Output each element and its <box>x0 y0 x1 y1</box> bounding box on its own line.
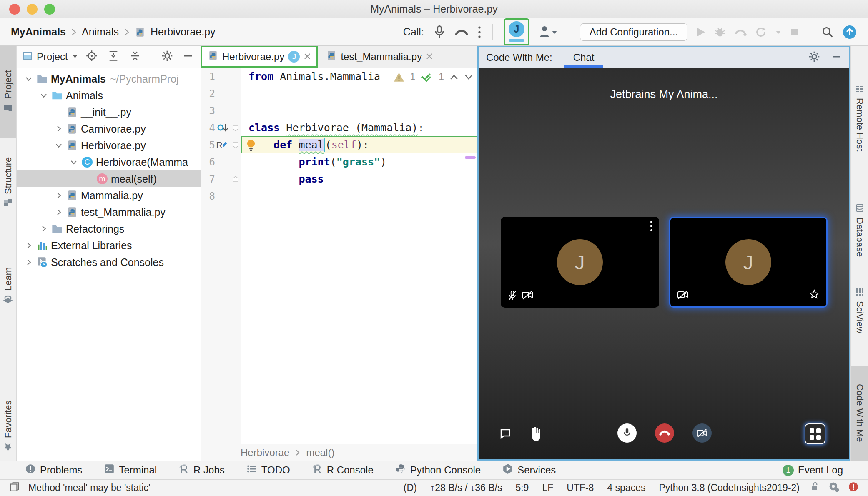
prev-problem-icon[interactable] <box>449 74 459 80</box>
project-panel-title[interactable]: Project <box>37 51 68 63</box>
breadcrumb-file[interactable]: Herbivorae.py <box>151 26 216 38</box>
status-item[interactable]: (D) <box>404 482 417 493</box>
tree-item[interactable]: MyAnimals~/PycharmProj <box>17 70 201 87</box>
camera-button[interactable] <box>692 423 712 443</box>
stop-icon[interactable] <box>790 28 799 37</box>
code-line-text[interactable]: pass <box>241 170 477 188</box>
tree-item[interactable]: mmeal(self) <box>17 170 201 187</box>
code-line-text[interactable]: def meal(self): <box>241 136 477 153</box>
tree-item[interactable]: Animals <box>17 87 201 104</box>
chat-button[interactable] <box>499 428 512 440</box>
video-tile-participant-2-active[interactable]: J <box>669 217 828 308</box>
tree-item[interactable]: Carnivorae.py <box>17 120 201 137</box>
tab-test-mammalia-py[interactable]: test_Mammalia.py <box>318 46 439 68</box>
close-icon[interactable] <box>304 51 311 63</box>
code-line-text[interactable]: class Herbivorae (Mammalia): <box>241 119 477 136</box>
rerun-icon[interactable] <box>755 26 767 38</box>
hide-panel-icon[interactable] <box>832 52 842 63</box>
tile-menu-kebab-icon[interactable] <box>650 221 652 231</box>
sidebar-item-database[interactable]: Database <box>851 193 868 268</box>
more-options-kebab-icon[interactable] <box>477 25 482 39</box>
debug-icon[interactable] <box>714 26 726 38</box>
participants-icon[interactable] <box>538 25 558 39</box>
error-indicator-icon[interactable] <box>848 481 859 495</box>
inspection-profile-icon[interactable] <box>828 481 840 495</box>
tree-item[interactable]: test_Mammalia.py <box>17 204 201 220</box>
tab-terminal[interactable]: Terminal <box>104 463 157 477</box>
status-item[interactable]: 5:9 <box>515 482 529 493</box>
status-item[interactable]: UTF-8 <box>567 482 594 493</box>
tree-item[interactable]: Mammalia.py <box>17 187 201 204</box>
code-editor[interactable]: 1from Animals.Mammalia234class Herbivora… <box>201 68 477 444</box>
code-line-text[interactable]: print("grass") <box>241 153 477 170</box>
microphone-icon[interactable] <box>433 25 446 39</box>
fold-end-marker-icon[interactable] <box>232 175 239 183</box>
sidebar-item-project[interactable]: Project <box>0 46 16 138</box>
locate-file-icon[interactable] <box>86 50 98 63</box>
microphone-button[interactable] <box>617 423 637 443</box>
toolwindow-toggle-icon[interactable] <box>9 481 20 495</box>
status-item[interactable]: 4 spaces <box>607 482 645 493</box>
chevron-open-icon[interactable] <box>23 75 35 83</box>
following-user-avatar[interactable]: J <box>504 18 529 45</box>
chevron-closed-icon[interactable] <box>23 242 35 249</box>
tree-item[interactable]: Herbivorae.py <box>17 137 201 154</box>
chevron-closed-icon[interactable] <box>53 208 65 216</box>
tab-chat[interactable]: Chat <box>564 47 604 68</box>
sidebar-item-structure[interactable]: Structure <box>0 143 16 222</box>
update-available-icon[interactable] <box>842 25 857 40</box>
chevron-open-icon[interactable] <box>68 158 80 166</box>
collapse-all-icon[interactable] <box>129 50 141 63</box>
breadcrumb-method[interactable]: meal() <box>306 447 334 458</box>
code-line-text[interactable] <box>241 85 477 102</box>
tab-python-console[interactable]: Python Console <box>395 463 481 477</box>
fold-marker-icon[interactable] <box>232 124 239 132</box>
attach-profiler-icon[interactable] <box>734 27 747 38</box>
override-marker-icon[interactable] <box>216 123 229 133</box>
gear-icon[interactable] <box>161 50 173 63</box>
tab-r-console[interactable]: R Console <box>312 463 374 477</box>
add-configuration-button[interactable]: Add Configuration... <box>580 23 687 41</box>
sidebar-item-favorites[interactable]: Favorites <box>0 392 16 461</box>
tree-item[interactable]: __init__.py <box>17 104 201 120</box>
unlocked-icon[interactable] <box>810 481 820 495</box>
tab-event-log[interactable]: 1 Event Log <box>783 464 843 476</box>
tab-services[interactable]: Services <box>502 463 556 477</box>
tab-herbivorae-py[interactable]: Herbivorae.py J <box>201 46 318 68</box>
raise-hand-button[interactable] <box>529 425 543 442</box>
run-icon[interactable] <box>696 27 706 38</box>
breadcrumb-class[interactable]: Herbivorae <box>241 447 289 458</box>
sidebar-item-learn[interactable]: Learn <box>0 254 16 317</box>
tree-item[interactable]: Scratches and Consoles <box>17 254 201 271</box>
hang-up-icon[interactable] <box>454 27 469 38</box>
tree-item[interactable]: Refactorings <box>17 220 201 237</box>
end-call-button[interactable] <box>655 423 674 443</box>
tree-item[interactable]: External Libraries <box>17 237 201 254</box>
expand-all-icon[interactable] <box>108 50 119 63</box>
inspections-widget[interactable]: 1 1 <box>394 71 473 83</box>
gear-icon[interactable] <box>808 51 820 64</box>
code-line-text[interactable] <box>241 102 477 119</box>
video-tile-participant-1[interactable]: J <box>501 217 659 308</box>
hide-panel-icon[interactable] <box>183 51 193 63</box>
sidebar-item-remote-host[interactable]: Remote Host <box>851 58 868 178</box>
chevron-closed-icon[interactable] <box>53 192 65 199</box>
code-line-text[interactable] <box>241 188 477 205</box>
chevron-closed-icon[interactable] <box>38 225 50 233</box>
chevron-open-icon[interactable] <box>38 92 50 99</box>
status-item[interactable]: LF <box>542 482 553 493</box>
close-icon[interactable] <box>426 51 433 63</box>
fold-marker-icon[interactable] <box>232 141 239 149</box>
status-item[interactable]: ↑28 B/s / ↓36 B/s <box>430 482 502 493</box>
chevron-closed-icon[interactable] <box>23 258 35 266</box>
intention-bulb-icon[interactable] <box>245 139 257 155</box>
tab-r-jobs[interactable]: R Jobs <box>178 463 225 477</box>
user-avatar[interactable]: J <box>509 21 524 37</box>
sidebar-item-code-with-me[interactable]: Code With Me <box>851 366 868 461</box>
grid-view-button[interactable] <box>805 423 825 444</box>
status-item[interactable]: Python 3.8 (CodeInsights2019-2) <box>659 482 800 493</box>
tab-problems[interactable]: Problems <box>25 463 82 477</box>
next-problem-icon[interactable] <box>464 74 473 80</box>
breadcrumb-project[interactable]: MyAnimals <box>11 26 66 38</box>
tab-todo[interactable]: TODO <box>246 463 290 477</box>
